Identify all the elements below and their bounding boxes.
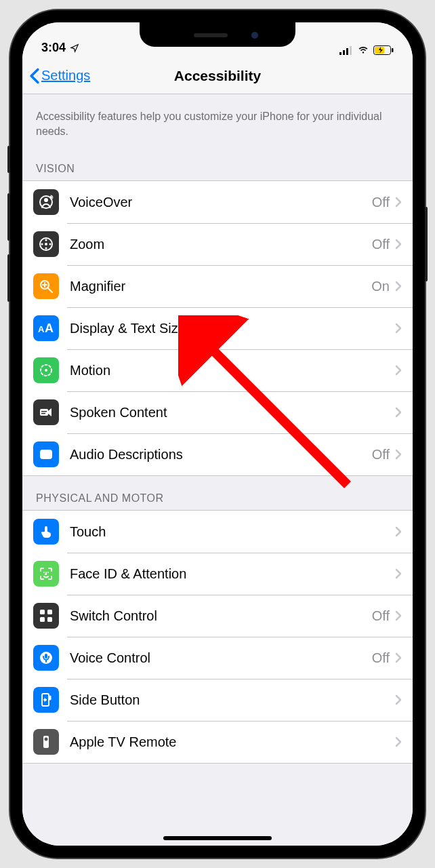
row-label: Switch Control	[70, 608, 372, 624]
chevron-right-icon	[395, 606, 402, 625]
nav-bar: Settings Accessibility	[22, 58, 413, 94]
svg-rect-34	[47, 617, 52, 622]
motion-icon	[33, 357, 59, 383]
volume-down-button	[7, 254, 10, 302]
settings-row[interactable]: AADisplay & Text Size	[22, 307, 413, 349]
chevron-right-icon	[395, 564, 402, 583]
settings-list: VoiceOverOffZoomOffMagnifierOnAADisplay …	[22, 180, 413, 476]
svg-line-17	[48, 288, 52, 292]
svg-point-13	[45, 248, 47, 250]
tv-remote-icon	[33, 729, 59, 755]
spoken-content-icon	[33, 399, 59, 425]
row-status: On	[371, 279, 390, 294]
row-label: Zoom	[70, 237, 372, 252]
wifi-icon	[357, 45, 369, 55]
settings-row[interactable]: Touch	[22, 511, 413, 553]
row-status: Off	[372, 447, 390, 462]
settings-row[interactable]: 99Audio DescriptionsOff	[22, 433, 413, 475]
row-label: Side Button	[70, 692, 395, 708]
iphone-frame: 3:04 Settings Accessibility Accessibilit…	[10, 10, 425, 858]
touch-icon	[33, 519, 59, 545]
settings-row[interactable]: Voice ControlOff	[22, 637, 413, 679]
home-indicator[interactable]	[163, 836, 272, 840]
content-scroll[interactable]: Accessibility features help you customiz…	[22, 94, 413, 846]
row-label: Voice Control	[70, 650, 372, 666]
svg-rect-0	[339, 52, 341, 55]
settings-row[interactable]: Side Button	[22, 679, 413, 721]
chevron-right-icon	[395, 403, 402, 422]
chevron-right-icon	[395, 277, 402, 296]
mute-switch	[7, 146, 10, 173]
side-button-icon	[33, 687, 59, 713]
settings-row[interactable]: Switch ControlOff	[22, 595, 413, 637]
row-label: Touch	[70, 524, 395, 540]
page-description: Accessibility features help you customiz…	[22, 94, 413, 146]
volume-up-button	[7, 193, 10, 241]
text-size-icon: AA	[33, 315, 59, 341]
svg-point-29	[43, 572, 45, 573]
chevron-right-icon	[395, 445, 402, 464]
row-status: Off	[372, 650, 390, 666]
back-button[interactable]: Settings	[22, 68, 90, 84]
svg-rect-32	[47, 610, 52, 614]
chevron-right-icon	[395, 732, 402, 751]
battery-charging-icon	[373, 45, 394, 55]
settings-list: TouchFace ID & AttentionSwitch ControlOf…	[22, 510, 413, 764]
back-label: Settings	[41, 68, 90, 83]
chevron-right-icon	[395, 522, 402, 541]
chevron-right-icon	[395, 235, 402, 254]
svg-rect-31	[40, 610, 45, 614]
svg-point-40	[45, 738, 48, 741]
row-label: Display & Text Size	[70, 321, 395, 336]
row-label: VoiceOver	[70, 195, 372, 210]
settings-row[interactable]: Spoken Content	[22, 391, 413, 433]
row-label: Spoken Content	[70, 405, 395, 420]
row-status: Off	[372, 237, 390, 252]
svg-text:99: 99	[42, 452, 49, 458]
svg-rect-25	[41, 411, 47, 412]
row-label: Face ID & Attention	[70, 566, 395, 582]
row-label: Magnifier	[70, 279, 371, 294]
svg-rect-2	[346, 48, 348, 55]
magnifier-icon	[33, 273, 59, 299]
svg-point-11	[45, 243, 47, 245]
row-label: Motion	[70, 363, 395, 378]
settings-row[interactable]: Apple TV Remote	[22, 721, 413, 763]
screen: 3:04 Settings Accessibility Accessibilit…	[22, 22, 413, 846]
chevron-right-icon	[395, 319, 402, 338]
svg-text:A: A	[38, 324, 45, 334]
chevron-right-icon	[395, 690, 402, 709]
location-arrow-icon	[70, 43, 79, 53]
settings-row[interactable]: MagnifierOn	[22, 265, 413, 307]
svg-rect-3	[350, 46, 352, 55]
status-time: 3:04	[41, 41, 66, 55]
settings-row[interactable]: Motion	[22, 349, 413, 391]
svg-text:A: A	[45, 321, 54, 335]
section-header: PHYSICAL AND MOTOR	[22, 476, 413, 510]
settings-row[interactable]: VoiceOverOff	[22, 181, 413, 223]
svg-rect-33	[40, 617, 45, 622]
faceid-icon	[33, 561, 59, 587]
side-button	[425, 207, 428, 281]
svg-rect-1	[343, 50, 345, 55]
switch-control-icon	[33, 603, 59, 629]
svg-point-14	[41, 243, 43, 245]
svg-point-30	[47, 572, 49, 573]
svg-rect-26	[41, 413, 45, 414]
svg-point-23	[45, 369, 47, 372]
chevron-left-icon	[29, 68, 40, 84]
svg-rect-36	[45, 654, 47, 658]
svg-point-15	[49, 243, 51, 245]
settings-row[interactable]: ZoomOff	[22, 223, 413, 265]
settings-row[interactable]: Face ID & Attention	[22, 553, 413, 595]
svg-rect-24	[40, 409, 48, 416]
row-status: Off	[372, 195, 390, 210]
row-label: Audio Descriptions	[70, 447, 372, 462]
audio-desc-icon: 99	[33, 441, 59, 467]
row-label: Apple TV Remote	[70, 734, 395, 750]
row-status: Off	[372, 608, 390, 624]
svg-point-9	[49, 196, 52, 199]
svg-point-8	[44, 198, 48, 202]
cellular-signal-icon	[339, 45, 353, 55]
chevron-right-icon	[395, 193, 402, 212]
